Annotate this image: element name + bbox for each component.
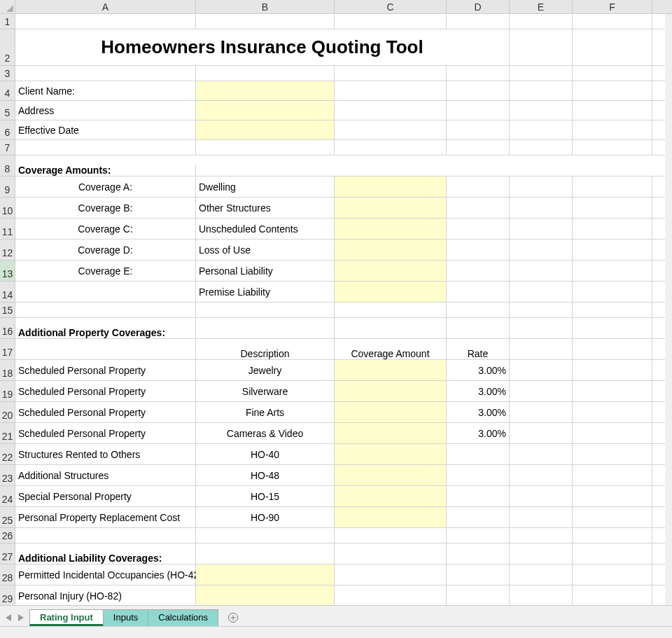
input-addl-prop-6[interactable]: [335, 486, 447, 506]
row-header-18[interactable]: 18: [0, 360, 15, 381]
row-header-16[interactable]: 16: [0, 318, 15, 339]
cell[interactable]: [510, 14, 573, 29]
tab-scroll-left-icon[interactable]: [6, 614, 11, 621]
cell[interactable]: [573, 543, 652, 564]
tab-scroll-right-icon[interactable]: [18, 614, 24, 621]
row-header-13[interactable]: 13: [0, 261, 15, 282]
input-addl-prop-3[interactable]: [335, 423, 447, 443]
input-personal_liability[interactable]: [335, 261, 447, 281]
row-header-2[interactable]: 2: [0, 29, 15, 66]
cell[interactable]: [510, 240, 573, 260]
row-header-19[interactable]: 19: [0, 381, 15, 402]
cell[interactable]: [573, 381, 652, 401]
cell[interactable]: [573, 176, 652, 197]
row-header-10[interactable]: 10: [0, 197, 15, 219]
cell[interactable]: [15, 303, 196, 317]
cell[interactable]: [196, 318, 335, 338]
cell[interactable]: [15, 339, 196, 359]
row-header-24[interactable]: 24: [0, 486, 15, 507]
row-header-20[interactable]: 20: [0, 402, 15, 423]
cell[interactable]: [510, 564, 573, 585]
cell[interactable]: [510, 197, 573, 218]
col-header-E[interactable]: E: [510, 0, 573, 14]
cell[interactable]: [447, 318, 510, 338]
cell[interactable]: [573, 66, 652, 81]
cell[interactable]: [510, 543, 573, 564]
col-header-F[interactable]: F: [573, 0, 652, 14]
cell[interactable]: [573, 444, 652, 464]
cell[interactable]: [573, 261, 652, 281]
row-header-3[interactable]: 3: [0, 66, 15, 81]
row-header-11[interactable]: 11: [0, 219, 15, 240]
cell[interactable]: [573, 360, 652, 380]
tab-scroll-arrows[interactable]: [0, 609, 29, 626]
row-header-26[interactable]: 26: [0, 528, 15, 543]
cell[interactable]: [335, 120, 447, 139]
row-header-8[interactable]: 8: [0, 155, 15, 176]
cell[interactable]: [510, 140, 573, 155]
cell[interactable]: [510, 261, 573, 281]
cell[interactable]: [573, 528, 652, 543]
col-header-extra[interactable]: [652, 0, 672, 14]
vertical-scrollbar[interactable]: [665, 14, 672, 605]
cell[interactable]: [573, 29, 652, 65]
cell[interactable]: [573, 197, 652, 218]
cell[interactable]: [196, 528, 335, 543]
new-sheet-button[interactable]: [225, 609, 241, 626]
cell[interactable]: [510, 318, 573, 338]
cell[interactable]: [447, 120, 510, 139]
cell[interactable]: [447, 564, 510, 585]
cell[interactable]: [510, 528, 573, 543]
cell[interactable]: [196, 543, 335, 564]
col-header-D[interactable]: D: [447, 0, 510, 14]
cell[interactable]: [447, 14, 510, 29]
cell[interactable]: [510, 402, 573, 422]
cell[interactable]: [447, 66, 510, 81]
cell[interactable]: [510, 176, 573, 197]
row-header-15[interactable]: 15: [0, 303, 15, 318]
cell[interactable]: [15, 528, 196, 543]
cell[interactable]: [510, 486, 573, 506]
cell[interactable]: [335, 101, 447, 120]
cell[interactable]: [335, 66, 447, 81]
cell[interactable]: [447, 101, 510, 120]
input-addl-prop-5[interactable]: [335, 465, 447, 485]
input-other_structures[interactable]: [335, 197, 447, 218]
cell[interactable]: [510, 444, 573, 464]
cell[interactable]: [573, 81, 652, 100]
cell[interactable]: [335, 14, 447, 29]
cell[interactable]: [196, 303, 335, 317]
cell[interactable]: [573, 486, 652, 506]
cell[interactable]: [573, 140, 652, 155]
row-header-22[interactable]: 22: [0, 444, 15, 465]
cell[interactable]: [447, 81, 510, 100]
cell[interactable]: [335, 564, 447, 585]
cell[interactable]: [447, 240, 510, 260]
row-header-29[interactable]: 29: [0, 585, 15, 605]
cell[interactable]: [447, 197, 510, 218]
cell[interactable]: [573, 101, 652, 120]
cell[interactable]: [510, 381, 573, 401]
cell[interactable]: [335, 543, 447, 564]
cell[interactable]: [573, 303, 652, 317]
sheet-tab-calculations[interactable]: Calculations: [148, 609, 218, 626]
input-addl-prop-0[interactable]: [335, 360, 447, 380]
input-client_name[interactable]: [196, 81, 335, 100]
cell[interactable]: [573, 282, 652, 302]
cell[interactable]: [573, 339, 652, 359]
col-header-A[interactable]: A: [15, 0, 196, 14]
cell[interactable]: [573, 585, 652, 605]
row-header-5[interactable]: 5: [0, 101, 15, 120]
cell[interactable]: [573, 318, 652, 338]
cell[interactable]: [447, 543, 510, 564]
cell[interactable]: [510, 507, 573, 527]
input-dwelling[interactable]: [335, 176, 447, 197]
cell[interactable]: [510, 282, 573, 302]
input-effective_date[interactable]: [196, 120, 335, 139]
row-header-25[interactable]: 25: [0, 507, 15, 528]
cell[interactable]: [335, 528, 447, 543]
cell[interactable]: [573, 120, 652, 139]
col-header-B[interactable]: B: [196, 0, 335, 14]
row-header-17[interactable]: 17: [0, 339, 15, 360]
cell[interactable]: [15, 14, 196, 29]
